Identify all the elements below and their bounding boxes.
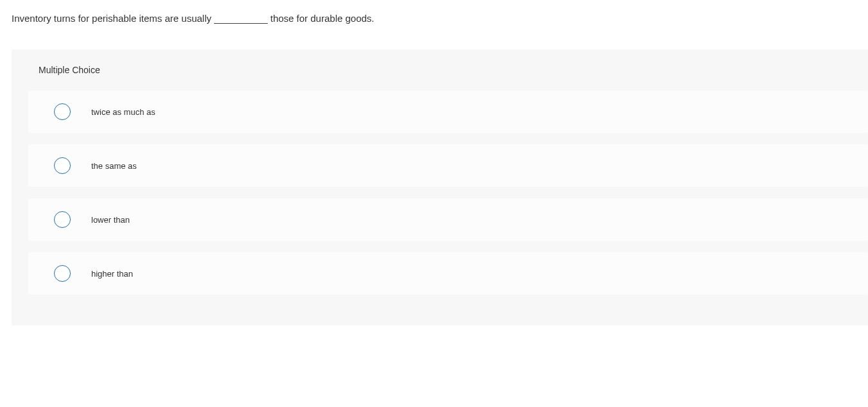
radio-icon[interactable]	[54, 103, 71, 120]
question-text: Inventory turns for perishable items are…	[0, 0, 868, 24]
option-row[interactable]: the same as	[28, 144, 868, 187]
option-label: lower than	[91, 215, 130, 225]
option-label: twice as much as	[91, 107, 155, 117]
quiz-type-header: Multiple Choice	[12, 49, 868, 91]
option-row[interactable]: lower than	[28, 198, 868, 241]
option-row[interactable]: twice as much as	[28, 91, 868, 133]
radio-icon[interactable]	[54, 211, 71, 228]
quiz-container: Multiple Choice twice as much as the sam…	[12, 49, 868, 325]
option-label: higher than	[91, 269, 133, 279]
option-label: the same as	[91, 161, 137, 171]
radio-icon[interactable]	[54, 265, 71, 282]
radio-icon[interactable]	[54, 157, 71, 174]
option-row[interactable]: higher than	[28, 252, 868, 295]
